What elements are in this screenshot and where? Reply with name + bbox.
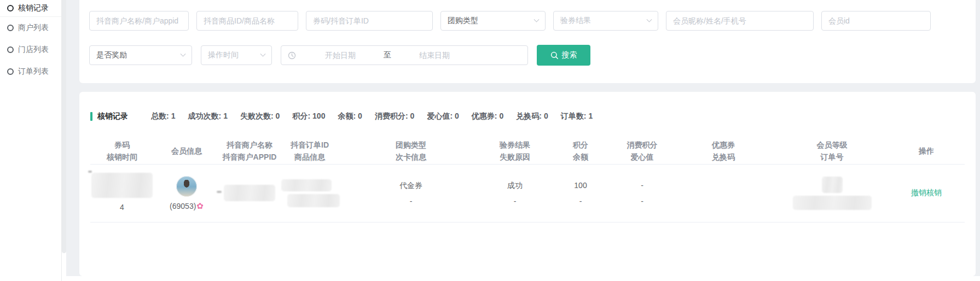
- love-value: -: [641, 195, 643, 208]
- stat-coupon: 优惠券:0: [472, 112, 503, 121]
- sidebar-item-verification-records[interactable]: 核销记录: [0, 0, 61, 16]
- operation-time-select-value: 操作时间: [208, 50, 239, 60]
- coupon-code-input[interactable]: [306, 11, 433, 31]
- verify-result-select[interactable]: 验券结果: [553, 11, 658, 31]
- circle-icon: [7, 25, 14, 31]
- chevron-down-icon: [181, 51, 186, 56]
- fail-reason-value: -: [514, 195, 517, 208]
- product-id-input[interactable]: [196, 11, 298, 31]
- sidebar-item-label: 核销记录: [18, 3, 49, 13]
- member-id-input[interactable]: [821, 11, 931, 31]
- search-icon: [550, 51, 559, 60]
- consume-points-value: -: [641, 179, 643, 192]
- member-id: (69053): [170, 202, 196, 210]
- cell-consume-points: - -: [613, 164, 671, 222]
- member-nickname-input[interactable]: [666, 11, 814, 31]
- stat-redeem-code: 兑换码:0: [516, 112, 548, 121]
- operation-time-select[interactable]: 操作时间: [201, 45, 272, 65]
- circle-icon: [7, 46, 14, 53]
- redacted-order-id: [281, 179, 332, 191]
- sidebar-item-label: 商户列表: [18, 23, 49, 33]
- verify-count: 4: [120, 201, 124, 214]
- redacted-order-number: [793, 196, 872, 210]
- cell-coupon-code: 4: [90, 164, 154, 222]
- revoke-verification-link[interactable]: 撤销核销: [911, 188, 942, 197]
- date-range-picker[interactable]: 至: [281, 45, 528, 65]
- sidebar-item-merchant-list[interactable]: 商户列表: [0, 17, 61, 39]
- col-header-action: 操作: [888, 138, 965, 164]
- filter-row-1: 团购类型 验券结果: [89, 11, 966, 31]
- redacted-merchant-name: [224, 185, 275, 201]
- sidebar-item-store-list[interactable]: 门店列表: [0, 39, 61, 61]
- cell-action: 撤销核销: [888, 164, 965, 222]
- filter-panel: 团购类型 验券结果 是否奖励 操作时间: [79, 0, 976, 83]
- page: 核销记录 商户列表 门店列表 订单列表 团购类型: [0, 0, 980, 281]
- col-header-member-grade: 会员等级订单号: [776, 138, 888, 164]
- stat-points: 积分:100: [292, 112, 325, 121]
- merchant-name-input[interactable]: [89, 11, 189, 31]
- col-header-coupon-code: 券码核销时间: [90, 138, 154, 164]
- stat-total: 总数:1: [151, 112, 175, 121]
- cell-merchant-name: [219, 164, 280, 222]
- circle-icon: [7, 68, 14, 75]
- member-avatar: [176, 176, 197, 197]
- verify-result-select-value: 验券结果: [560, 16, 591, 26]
- cell-member-info: (69053) ✿: [154, 164, 219, 222]
- card-info-value: -: [410, 195, 413, 208]
- redacted-coupon-code: [91, 173, 153, 198]
- chevron-down-icon: [534, 16, 540, 22]
- stat-balance: 余额:0: [338, 112, 362, 121]
- col-header-member-info: 会员信息: [154, 138, 219, 164]
- sidebar-item-label: 订单列表: [18, 67, 49, 77]
- stat-consume-points: 消费积分:0: [375, 112, 414, 121]
- points-value: 100: [574, 179, 587, 192]
- search-button[interactable]: 搜索: [537, 45, 590, 66]
- sidebar-item-order-list[interactable]: 订单列表: [0, 61, 61, 83]
- sidebar-item-label: 门店列表: [18, 45, 49, 55]
- summary-bar: 核销记录 总数:1 成功次数:1 失败次数:0 积分:100 余额:0 消费积分…: [90, 112, 965, 121]
- col-header-consume-points: 消费积分爱心值: [613, 138, 671, 164]
- cell-group-type: 代金券 -: [340, 164, 482, 222]
- accent-bar: [90, 112, 92, 121]
- col-header-group-type: 团购类型次卡信息: [340, 138, 482, 164]
- col-header-coupon: 优惠券兑换码: [671, 138, 776, 164]
- stat-love-value: 爱心值:0: [427, 112, 459, 121]
- col-header-merchant-name: 抖音商户名称抖音商户APPID: [219, 138, 280, 164]
- verify-result-value: 成功: [507, 179, 523, 192]
- col-header-points: 积分余额: [548, 138, 613, 164]
- reward-select[interactable]: 是否奖励: [89, 45, 192, 65]
- records-panel: 核销记录 总数:1 成功次数:1 失败次数:0 积分:100 余额:0 消费积分…: [79, 92, 976, 276]
- cell-order-id: [280, 164, 340, 222]
- search-button-label: 搜索: [562, 50, 577, 60]
- chevron-down-icon: [260, 51, 266, 56]
- chevron-down-icon: [647, 16, 652, 22]
- end-date-input[interactable]: [391, 51, 478, 60]
- redacted-member-grade: [822, 177, 843, 193]
- filter-row-2: 是否奖励 操作时间 至: [89, 45, 966, 66]
- stat-fail-count: 失败次数:0: [240, 112, 280, 121]
- table-row: 4 (69053) ✿: [90, 164, 965, 222]
- sidebar: 核销记录 商户列表 门店列表 订单列表: [0, 0, 62, 281]
- clock-icon: [288, 51, 296, 60]
- col-header-verify-result: 验券结果失败原因: [482, 138, 548, 164]
- redacted-product-info: [287, 194, 340, 207]
- cell-verify-result: 成功 -: [482, 164, 548, 222]
- balance-value: -: [579, 195, 582, 208]
- group-type-select[interactable]: 团购类型: [440, 11, 546, 31]
- date-separator: 至: [384, 50, 391, 60]
- summary-title: 核销记录: [97, 112, 128, 121]
- cell-member-grade: [776, 164, 888, 222]
- table-header-row: 券码核销时间 会员信息 抖音商户名称抖音商户APPID 抖音订单ID商品信息 团…: [90, 138, 965, 164]
- sidebar-scrollbar[interactable]: [62, 0, 66, 281]
- records-table: 券码核销时间 会员信息 抖音商户名称抖音商户APPID 抖音订单ID商品信息 团…: [90, 138, 965, 223]
- group-type-select-value: 团购类型: [448, 16, 478, 26]
- start-date-input[interactable]: [297, 51, 384, 60]
- group-type-value: 代金券: [399, 179, 422, 192]
- stat-success-count: 成功次数:1: [188, 112, 227, 121]
- circle-icon: [7, 5, 14, 11]
- flower-icon: ✿: [196, 202, 204, 210]
- reward-select-value: 是否奖励: [96, 50, 127, 60]
- cell-coupon-redeem: [671, 164, 776, 222]
- col-header-order-id: 抖音订单ID商品信息: [280, 138, 340, 164]
- main-content: 团购类型 验券结果 是否奖励 操作时间: [66, 0, 980, 276]
